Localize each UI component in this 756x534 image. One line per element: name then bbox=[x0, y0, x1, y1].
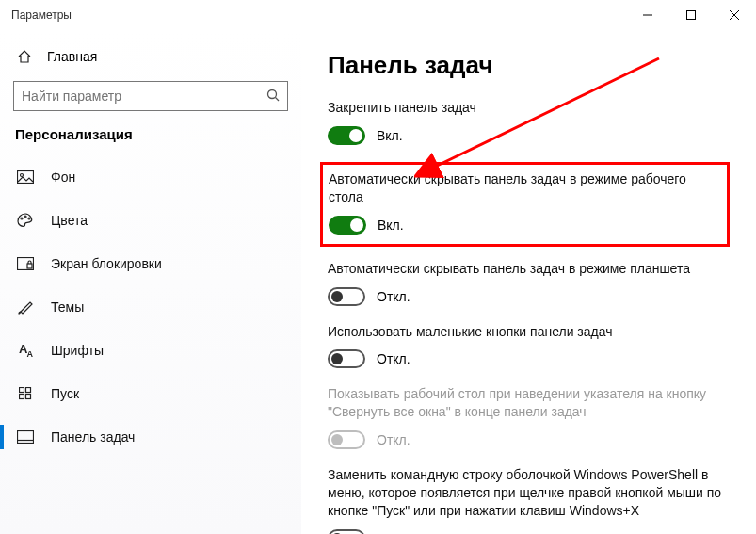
setting-label: Автоматически скрывать панель задач в ре… bbox=[329, 170, 717, 206]
setting-label: Использовать маленькие кнопки панели зад… bbox=[328, 323, 730, 341]
svg-rect-16 bbox=[26, 395, 31, 399]
sidebar-section-head: Персонализация bbox=[0, 121, 301, 155]
svg-point-9 bbox=[24, 216, 26, 218]
toggle-state-label: Вкл. bbox=[377, 128, 403, 143]
window-controls bbox=[626, 0, 756, 30]
toggle-powershell[interactable] bbox=[328, 529, 365, 534]
svg-rect-12 bbox=[27, 264, 32, 268]
svg-rect-17 bbox=[18, 431, 34, 444]
sidebar-item-label: Цвета bbox=[51, 213, 88, 228]
toggle-small-buttons[interactable] bbox=[328, 349, 365, 368]
titlebar: Параметры bbox=[0, 0, 756, 30]
toggle-state-label: Откл. bbox=[377, 289, 410, 304]
window-title: Параметры bbox=[11, 8, 626, 22]
toggle-state-label: Откл. bbox=[377, 351, 410, 366]
svg-point-4 bbox=[268, 89, 277, 98]
page-title: Панель задач bbox=[328, 51, 730, 80]
sidebar-item-fonts[interactable]: AA Шрифты bbox=[0, 329, 301, 372]
svg-rect-15 bbox=[20, 395, 24, 399]
svg-rect-13 bbox=[20, 388, 24, 393]
search-icon bbox=[266, 89, 280, 105]
setting-label: Автоматически скрывать панель задач в ре… bbox=[328, 260, 730, 278]
font-icon: AA bbox=[17, 342, 34, 359]
sidebar-item-background[interactable]: Фон bbox=[0, 155, 301, 199]
sidebar-item-label: Шрифты bbox=[51, 343, 104, 358]
setting-autohide-desktop: Автоматически скрывать панель задач в ре… bbox=[329, 170, 717, 235]
sidebar-item-themes[interactable]: Темы bbox=[0, 285, 301, 329]
svg-point-8 bbox=[21, 218, 23, 219]
sidebar-item-label: Темы bbox=[51, 299, 84, 315]
sidebar-item-label: Экран блокировки bbox=[51, 256, 162, 271]
sidebar-item-lockscreen[interactable]: Экран блокировки bbox=[0, 242, 301, 285]
main-panel: Панель задач Закрепить панель задач Вкл.… bbox=[301, 30, 756, 534]
taskbar-icon bbox=[17, 429, 34, 445]
setting-lock-taskbar: Закрепить панель задач Вкл. bbox=[328, 99, 730, 145]
palette-icon bbox=[17, 212, 34, 229]
lock-screen-icon bbox=[17, 255, 34, 272]
maximize-button[interactable] bbox=[669, 0, 713, 30]
home-icon bbox=[17, 49, 32, 64]
sidebar: Главная Персонализация Фон bbox=[0, 30, 301, 534]
nav-list: Фон Цвета Экран блокировки Темы bbox=[0, 155, 301, 459]
brush-icon bbox=[17, 299, 34, 316]
toggle-autohide-desktop[interactable] bbox=[329, 216, 366, 235]
home-nav[interactable]: Главная bbox=[0, 38, 301, 75]
toggle-peek-desktop bbox=[328, 430, 365, 449]
image-icon bbox=[17, 169, 34, 186]
svg-point-7 bbox=[21, 174, 24, 177]
sidebar-item-label: Пуск bbox=[51, 386, 79, 401]
setting-powershell: Заменить командную строку оболочкой Wind… bbox=[328, 466, 730, 534]
setting-small-buttons: Использовать маленькие кнопки панели зад… bbox=[328, 323, 730, 369]
start-icon bbox=[17, 385, 34, 402]
svg-rect-1 bbox=[687, 11, 696, 20]
search-input[interactable] bbox=[22, 89, 266, 104]
sidebar-item-label: Фон bbox=[51, 170, 75, 185]
toggle-state-label: Вкл. bbox=[378, 218, 404, 233]
svg-point-10 bbox=[28, 218, 30, 219]
toggle-lock-taskbar[interactable] bbox=[328, 126, 365, 145]
home-label: Главная bbox=[47, 49, 97, 64]
minimize-button[interactable] bbox=[626, 0, 669, 30]
setting-peek-desktop: Показывать рабочий стол при наведении ук… bbox=[328, 385, 730, 449]
close-button[interactable] bbox=[713, 0, 756, 30]
toggle-state-label: Откл. bbox=[377, 432, 410, 447]
sidebar-item-start[interactable]: Пуск bbox=[0, 372, 301, 415]
svg-rect-6 bbox=[18, 171, 34, 184]
sidebar-item-taskbar[interactable]: Панель задач bbox=[0, 415, 301, 459]
svg-rect-14 bbox=[26, 388, 31, 393]
sidebar-item-label: Панель задач bbox=[51, 429, 135, 445]
svg-line-5 bbox=[276, 97, 280, 101]
setting-label: Закрепить панель задач bbox=[328, 99, 730, 117]
setting-label: Показывать рабочий стол при наведении ук… bbox=[328, 385, 730, 421]
highlight-box: Автоматически скрывать панель задач в ре… bbox=[320, 162, 730, 247]
toggle-autohide-tablet[interactable] bbox=[328, 287, 365, 306]
setting-autohide-tablet: Автоматически скрывать панель задач в ре… bbox=[328, 260, 730, 306]
sidebar-item-colors[interactable]: Цвета bbox=[0, 199, 301, 242]
setting-label: Заменить командную строку оболочкой Wind… bbox=[328, 466, 730, 520]
search-box[interactable] bbox=[13, 81, 288, 111]
